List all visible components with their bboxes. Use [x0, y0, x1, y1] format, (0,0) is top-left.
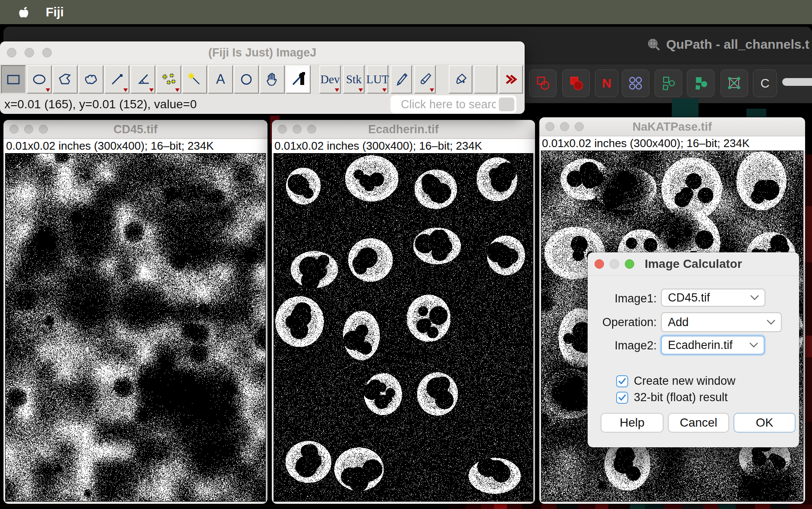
search-button[interactable] — [499, 97, 514, 111]
detections-fill-icon — [691, 74, 710, 93]
zoom-button[interactable] — [625, 259, 634, 269]
ecadherin-image-info: 0.01x0.02 inches (300x400); 16–bit; 234K — [272, 139, 535, 153]
minimize-button[interactable] — [560, 122, 569, 131]
detections-outline-button[interactable] — [655, 69, 682, 97]
lut-tool-button[interactable]: LUT — [367, 65, 388, 94]
close-button[interactable] — [545, 122, 554, 131]
convex-hull-icon — [725, 74, 744, 93]
create-new-window-label: Create new window — [634, 374, 736, 388]
cancel-button[interactable]: Cancel — [668, 413, 729, 433]
image-window-cd45: CD45.tif 0.01x0.02 inches (300x400); 16–… — [3, 120, 268, 504]
imagej-toolbar: A Dev Stk LUT — [0, 64, 525, 95]
svg-text:A: A — [216, 72, 225, 87]
qupath-logo-icon — [646, 37, 661, 52]
minimize-button[interactable] — [25, 48, 34, 57]
annotations-outline-button[interactable] — [529, 69, 557, 97]
nakatpase-titlebar[interactable]: NaKATPase.tif — [539, 117, 805, 136]
annotations-fill-button[interactable] — [562, 69, 590, 97]
rectangle-tool-button[interactable] — [1, 65, 26, 94]
flood-fill-tool-button[interactable] — [449, 65, 472, 94]
operation-select[interactable]: Add — [661, 312, 782, 332]
hand-tool-button[interactable] — [260, 65, 285, 94]
zoom-tool-button[interactable] — [234, 65, 259, 94]
line-tool-icon — [108, 71, 126, 88]
nakatpase-image-info: 0.01x0.02 inches (300x400); 16–bit; 234K — [539, 136, 805, 151]
cd45-titlebar[interactable]: CD45.tif — [3, 120, 268, 139]
more-tools-button[interactable] — [499, 65, 523, 94]
qupath-window-title: QuPath - all_channels.t — [666, 37, 809, 52]
zoom-button[interactable] — [42, 48, 52, 57]
operation-label: Operation: — [588, 316, 657, 329]
line-tool-button[interactable] — [104, 65, 129, 94]
names-toggle-button[interactable]: N — [595, 69, 618, 97]
dialog-titlebar[interactable]: Image Calculator — [588, 252, 799, 276]
search-input[interactable] — [390, 95, 516, 113]
create-new-window-checkbox[interactable] — [616, 375, 628, 387]
point-tool-button[interactable] — [156, 65, 181, 94]
checkmark-icon — [618, 393, 626, 402]
channel-viewer-button[interactable]: C — [753, 69, 777, 97]
polygon-tool-button[interactable] — [53, 65, 78, 94]
imagej-titlebar[interactable]: (Fiji Is Just) ImageJ — [0, 41, 525, 64]
macos-menubar: Fiji — [0, 0, 812, 24]
names-toggle-label: N — [602, 76, 611, 91]
ecadherin-microscopy-image[interactable] — [274, 153, 533, 502]
cancel-button-label: Cancel — [680, 416, 717, 430]
angle-tool-button[interactable] — [130, 65, 155, 94]
text-tool-button[interactable]: A — [208, 65, 233, 94]
float-result-checkbox[interactable] — [616, 392, 628, 404]
active-app-name[interactable]: Fiji — [46, 5, 64, 19]
image2-select[interactable]: Ecadherin.tif — [661, 336, 765, 355]
minimize-button[interactable] — [24, 125, 33, 134]
image2-value: Ecadherin.tif — [668, 339, 733, 352]
float-result-label: 32-bit (float) result — [634, 391, 728, 404]
opacity-slider[interactable] — [782, 78, 812, 86]
ecadherin-window-controls — [278, 125, 316, 134]
text-tool-icon: A — [212, 71, 229, 88]
oval-tool-button[interactable] — [27, 65, 52, 94]
close-button[interactable] — [9, 125, 19, 134]
convex-hull-button[interactable] — [721, 69, 748, 97]
zoom-button[interactable] — [575, 122, 584, 131]
create-new-window-row: Create new window — [616, 374, 736, 388]
close-button[interactable] — [278, 125, 287, 134]
cd45-microscopy-image[interactable] — [5, 153, 266, 502]
color-picker-icon — [290, 71, 307, 88]
color-picker-tool-button[interactable] — [286, 65, 311, 94]
angle-tool-icon — [134, 71, 151, 88]
image-calculator-dialog: Image Calculator Image1: CD45.tif Operat… — [588, 252, 799, 447]
hand-tool-icon — [264, 71, 281, 88]
help-button[interactable]: Help — [601, 413, 664, 433]
detections-outline-icon — [659, 74, 678, 93]
image1-value: CD45.tif — [668, 291, 710, 305]
point-tool-icon — [160, 71, 177, 88]
stacks-tool-button[interactable]: Stk — [343, 65, 365, 94]
minimize-button[interactable] — [610, 259, 619, 269]
pencil-tool-button[interactable] — [390, 65, 412, 94]
brush-tool-button[interactable] — [414, 65, 436, 94]
close-button[interactable] — [7, 48, 16, 57]
ecadherin-titlebar[interactable]: Ecadherin.tif — [272, 120, 535, 139]
image1-select[interactable]: CD45.tif — [661, 289, 765, 307]
checkmark-icon — [618, 377, 626, 386]
zoom-button[interactable] — [307, 125, 316, 134]
lut-tool-label: LUT — [366, 73, 389, 86]
imagej-window-title: (Fiji Is Just) ImageJ — [0, 41, 525, 64]
annotations-outline-icon — [533, 74, 552, 93]
dev-tool-button[interactable]: Dev — [319, 65, 341, 94]
empty-tool-slot[interactable] — [474, 65, 497, 94]
tma-grid-button[interactable] — [622, 69, 649, 97]
imagej-window-controls — [7, 48, 52, 57]
apple-menu-icon[interactable] — [16, 5, 28, 19]
zoom-button[interactable] — [39, 125, 48, 134]
more-tools-icon — [502, 71, 519, 88]
close-button[interactable] — [595, 259, 604, 269]
wand-tool-button[interactable] — [182, 65, 207, 94]
qupath-title: QuPath - all_channels.t — [646, 37, 809, 52]
freehand-tool-button[interactable] — [79, 65, 104, 94]
cd45-window-controls — [9, 125, 48, 134]
operation-value: Add — [668, 316, 689, 329]
ok-button[interactable]: OK — [733, 413, 796, 433]
minimize-button[interactable] — [293, 125, 302, 134]
detections-fill-button[interactable] — [687, 69, 714, 97]
